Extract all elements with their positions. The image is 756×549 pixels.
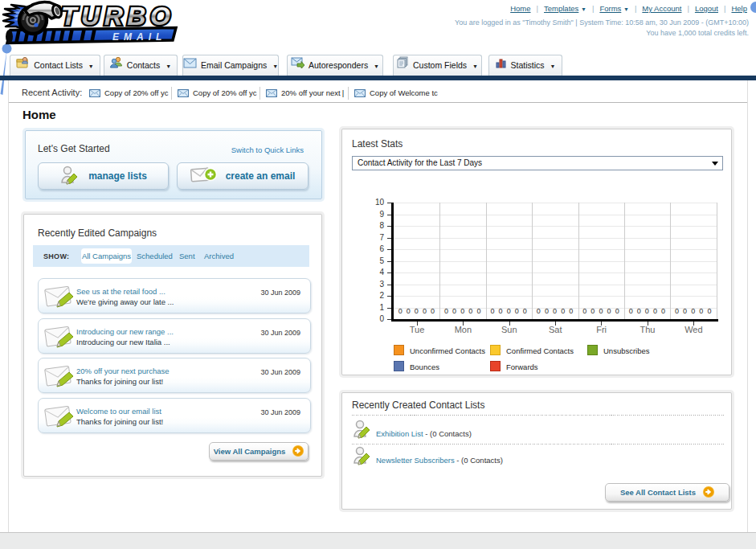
svg-text:TURBO: TURBO xyxy=(61,2,174,31)
svg-text:EMAIL: EMAIL xyxy=(112,31,166,43)
